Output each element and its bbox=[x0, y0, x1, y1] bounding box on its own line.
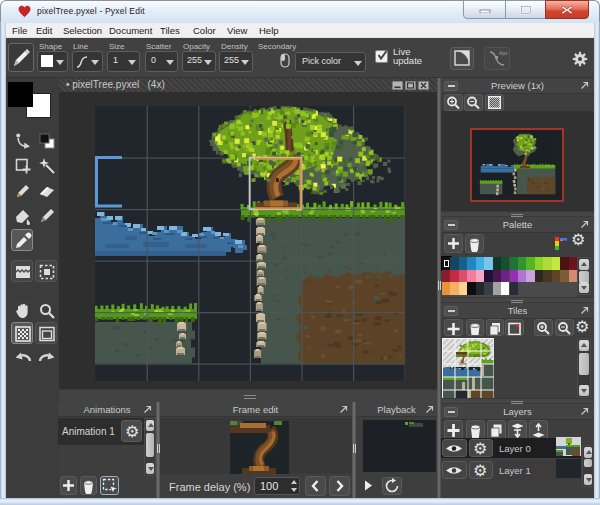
svg-text:Apx: Apx bbox=[499, 50, 508, 56]
